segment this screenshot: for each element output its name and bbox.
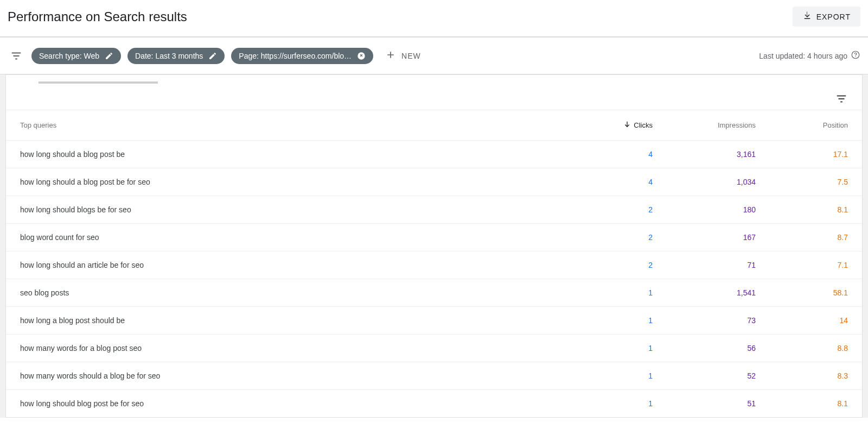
page-title: Performance on Search results xyxy=(8,9,187,24)
impressions-cell: 1,034 xyxy=(653,178,756,186)
plus-icon xyxy=(385,49,396,62)
page-header: Performance on Search results EXPORT xyxy=(0,0,868,37)
table-header: Top queries Clicks Impressions Position xyxy=(6,110,862,140)
table-row[interactable]: how long a blog post should be17314 xyxy=(6,306,862,334)
query-cell[interactable]: how long should a blog post be xyxy=(20,150,577,159)
table-row[interactable]: how many words should a blog be for seo1… xyxy=(6,362,862,389)
filter-bar: Search type: Web Date: Last 3 months Pag… xyxy=(0,37,868,74)
add-filter-button[interactable]: NEW xyxy=(380,46,426,65)
position-cell: 17.1 xyxy=(756,150,848,159)
query-cell[interactable]: blog word count for seo xyxy=(20,233,577,242)
impressions-cell: 73 xyxy=(653,316,756,325)
table-row[interactable]: how long should blogs be for seo21808.1 xyxy=(6,196,862,223)
query-cell[interactable]: how long should blog post be for seo xyxy=(20,399,577,408)
chip-page-label: Page: https://surferseo.com/blo… xyxy=(239,52,352,60)
export-button[interactable]: EXPORT xyxy=(793,7,860,27)
position-cell: 8.1 xyxy=(756,205,848,214)
table-row[interactable]: how long should a blog post be43,16117.1 xyxy=(6,140,862,168)
position-cell: 8.3 xyxy=(756,371,848,380)
position-cell: 7.1 xyxy=(756,261,848,269)
impressions-cell: 52 xyxy=(653,371,756,380)
query-cell[interactable]: seo blog posts xyxy=(20,288,577,297)
table-row[interactable]: seo blog posts11,54158.1 xyxy=(6,279,862,306)
chip-search-type[interactable]: Search type: Web xyxy=(31,48,121,64)
filter-icon[interactable] xyxy=(10,49,23,62)
position-cell: 8.8 xyxy=(756,344,848,352)
last-updated-label: Last updated: 4 hours ago xyxy=(759,52,847,60)
table-row[interactable]: blog word count for seo21678.7 xyxy=(6,223,862,251)
query-cell[interactable]: how many words for a blog post seo xyxy=(20,344,577,352)
position-cell: 14 xyxy=(756,316,848,325)
position-cell: 8.7 xyxy=(756,233,848,242)
clicks-cell: 1 xyxy=(577,399,653,408)
help-icon[interactable] xyxy=(851,50,860,61)
col-impressions[interactable]: Impressions xyxy=(653,121,756,129)
chip-search-type-label: Search type: Web xyxy=(39,52,99,60)
last-updated: Last updated: 4 hours ago xyxy=(759,50,860,61)
position-cell: 7.5 xyxy=(756,178,848,186)
new-label: NEW xyxy=(401,52,421,60)
query-cell[interactable]: how long should a blog post be for seo xyxy=(20,178,577,186)
clicks-cell: 2 xyxy=(577,233,653,242)
clicks-cell: 1 xyxy=(577,288,653,297)
panel-tab-indicator xyxy=(6,75,862,85)
clicks-cell: 1 xyxy=(577,371,653,380)
impressions-cell: 51 xyxy=(653,399,756,408)
query-cell[interactable]: how long should blogs be for seo xyxy=(20,205,577,214)
position-cell: 8.1 xyxy=(756,399,848,408)
clicks-cell: 2 xyxy=(577,261,653,269)
col-position[interactable]: Position xyxy=(756,121,848,129)
col-clicks-label: Clicks xyxy=(634,121,653,129)
download-icon xyxy=(802,11,812,22)
queries-panel: Top queries Clicks Impressions Position … xyxy=(5,74,863,418)
col-top-queries[interactable]: Top queries xyxy=(20,121,577,129)
impressions-cell: 180 xyxy=(653,205,756,214)
col-clicks[interactable]: Clicks xyxy=(577,120,653,130)
chip-page[interactable]: Page: https://surferseo.com/blo… xyxy=(231,48,373,64)
table-filter-icon[interactable] xyxy=(835,92,848,105)
query-cell[interactable]: how many words should a blog be for seo xyxy=(20,371,577,380)
table-row[interactable]: how long should an article be for seo271… xyxy=(6,251,862,279)
chip-date[interactable]: Date: Last 3 months xyxy=(127,48,225,64)
impressions-cell: 71 xyxy=(653,261,756,269)
clicks-cell: 2 xyxy=(577,205,653,214)
arrow-down-icon xyxy=(623,120,631,130)
impressions-cell: 56 xyxy=(653,344,756,352)
query-cell[interactable]: how long a blog post should be xyxy=(20,316,577,325)
clicks-cell: 4 xyxy=(577,178,653,186)
clicks-cell: 1 xyxy=(577,316,653,325)
svg-point-2 xyxy=(855,56,856,57)
table-row[interactable]: how long should blog post be for seo1518… xyxy=(6,389,862,417)
clicks-cell: 4 xyxy=(577,150,653,159)
position-cell: 58.1 xyxy=(756,288,848,297)
export-label: EXPORT xyxy=(816,12,851,21)
impressions-cell: 1,541 xyxy=(653,288,756,297)
table-toolbar xyxy=(6,85,862,110)
content-area: Top queries Clicks Impressions Position … xyxy=(0,74,868,418)
table-row[interactable]: how long should a blog post be for seo41… xyxy=(6,168,862,196)
pencil-icon xyxy=(105,52,113,60)
chip-date-label: Date: Last 3 months xyxy=(135,52,203,60)
impressions-cell: 3,161 xyxy=(653,150,756,159)
pencil-icon xyxy=(208,52,217,60)
clicks-cell: 1 xyxy=(577,344,653,352)
impressions-cell: 167 xyxy=(653,233,756,242)
table-row[interactable]: how many words for a blog post seo1568.8 xyxy=(6,334,862,362)
close-icon[interactable] xyxy=(357,52,366,60)
query-cell[interactable]: how long should an article be for seo xyxy=(20,261,577,269)
table-body: how long should a blog post be43,16117.1… xyxy=(6,140,862,417)
